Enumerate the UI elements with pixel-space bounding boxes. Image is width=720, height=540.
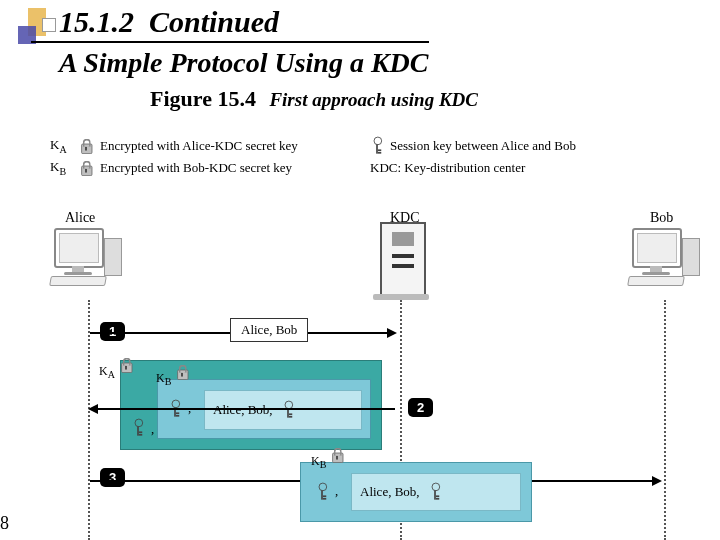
session-key-icon [316,483,328,502]
lock-icon [120,357,133,373]
slide-subtitle: A Simple Protocol Using a KDC [35,47,429,79]
bob-computer-icon [630,228,700,284]
session-key-icon [371,137,383,156]
lock-icon [80,138,93,154]
step-3-badge: 3 [100,468,125,487]
message-3-payload: Alice, Bob, [351,473,521,511]
legend-kdc-text: KDC: Key-distribution center [370,160,525,176]
payload-text: Alice, Bob, [360,484,420,500]
ka-label: K [99,364,108,378]
legend-kb-sym: K [50,159,59,174]
alice-computer-icon [52,228,122,284]
message-3-outer-enc: KB , Alice, Bob, [300,462,532,522]
step-2-badge: 2 [408,398,433,417]
legend-kb-sub: B [59,166,66,177]
comma: , [335,483,338,499]
alice-label: Alice [65,210,95,226]
session-key-icon [132,419,144,438]
legend-ka-sym: K [50,137,59,152]
slide-header: 15.1.2 Continued A Simple Protocol Using… [35,5,429,79]
message-2-outer-enc: KA , KB , Alice, Bob, [120,360,382,450]
payload-text: Alice, Bob, [213,402,273,418]
message-2-payload: Alice, Bob, [204,390,362,430]
legend-ka-sub: A [59,144,66,155]
continued-label: Continued [149,5,279,38]
kb-label: K [311,454,320,468]
arrow-2 [90,408,395,410]
session-key-icon [282,401,294,420]
kb-label-sub: B [165,376,172,387]
section-number: 15.1.2 [59,5,134,38]
lock-icon [176,364,189,380]
alice-lifeline [88,300,90,540]
session-key-icon [429,483,441,502]
legend-kb-text: Encrypted with Bob-KDC secret key [100,160,292,176]
bob-label: Bob [650,210,673,226]
legend-session-key-text: Session key between Alice and Bob [390,138,576,154]
message-1-box: Alice, Bob [230,318,308,342]
legend: KA Encrypted with Alice-KDC secret key S… [50,135,690,179]
page-number: 8 [0,513,9,534]
legend-ka-text: Encrypted with Alice-KDC secret key [100,138,298,154]
figure-caption: Figure 15.4 First approach using KDC [150,86,478,112]
figure-title: First approach using KDC [269,89,478,110]
kdc-server-icon [380,222,426,296]
lock-icon [80,160,93,176]
figure-number: Figure 15.4 [150,86,256,111]
kb-label: K [156,371,165,385]
kb-label-sub: B [320,459,327,470]
bob-lifeline [664,300,666,540]
lock-icon [331,447,344,463]
ka-label-sub: A [108,369,115,380]
comma: , [151,421,154,437]
